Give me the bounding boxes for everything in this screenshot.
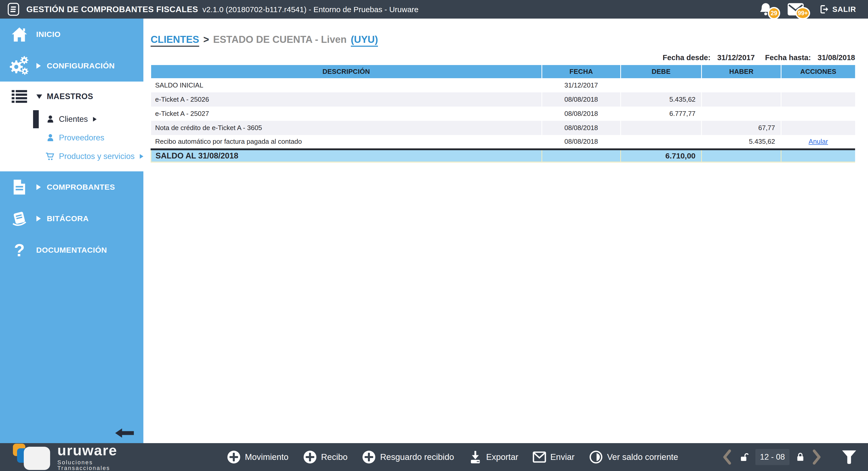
- enviar-button[interactable]: Enviar: [533, 451, 575, 463]
- question-icon: ?: [9, 241, 30, 259]
- cell-debe: 5.435,62: [621, 92, 702, 107]
- col-header-fecha: FECHA: [542, 65, 621, 78]
- logout-button[interactable]: SALIR: [817, 4, 858, 14]
- cell-descripcion: Nota de crédito de e-Ticket A - 3605: [151, 121, 542, 135]
- table-row: Nota de crédito de e-Ticket A - 3605 08/…: [151, 121, 855, 135]
- submenu-arrow-icon: [140, 154, 144, 159]
- sidebar-item-label: Clientes: [59, 114, 88, 124]
- sidebar-item-configuracion[interactable]: CONFIGURACIÓN: [0, 50, 144, 81]
- messages-button[interactable]: 99+: [787, 2, 804, 17]
- sidebar-item-label: BITÁCORA: [47, 214, 89, 223]
- pager-value[interactable]: 12 - 08: [755, 449, 789, 465]
- exportar-button[interactable]: Exportar: [469, 450, 519, 464]
- date-from-value[interactable]: 31/12/2017: [717, 54, 754, 62]
- half-circle-toggle-icon: [589, 450, 603, 464]
- sidebar-item-maestros[interactable]: MAESTROS: [0, 83, 144, 110]
- sidebar-item-bitacora[interactable]: BITÁCORA: [0, 203, 144, 234]
- cell-haber: 67,77: [702, 121, 781, 135]
- sidebar-item-comprobantes[interactable]: COMPROBANTES: [0, 171, 144, 203]
- anular-link[interactable]: Anular: [809, 138, 828, 145]
- table-row: e-Ticket A - 25026 08/08/2018 5.435,62: [151, 92, 855, 107]
- table-header-row: DESCRIPCIÓN FECHA DEBE HABER ACCIONES: [151, 65, 855, 78]
- unlock-icon[interactable]: [739, 452, 749, 462]
- plus-circle-icon: [227, 450, 241, 464]
- cell-debe: [621, 78, 702, 92]
- toolbar-button-label: Ver saldo corriente: [607, 452, 678, 462]
- resguardo-recibido-button[interactable]: Resguardo recibido: [362, 450, 454, 464]
- list-icon: [9, 90, 30, 103]
- sidebar-item-inicio[interactable]: INICIO: [0, 19, 144, 50]
- cell-acciones: Anular: [781, 135, 855, 149]
- chevron-left-icon[interactable]: [721, 449, 733, 465]
- sidebar-item-documentacion[interactable]: ? DOCUMENTACIÓN: [0, 234, 144, 266]
- cell-haber: [702, 78, 781, 92]
- cell-debe: [621, 135, 702, 149]
- summary-debe: 6.710,00: [621, 149, 702, 162]
- chevron-right-icon: [36, 63, 41, 69]
- col-header-debe: DEBE: [621, 65, 702, 78]
- toolbar-button-label: Resguardo recibido: [380, 452, 454, 462]
- recibo-button[interactable]: Recibo: [303, 450, 348, 464]
- app-title-group: GESTIÓN DE COMPROBANTES FISCALES v2.1.0 …: [0, 2, 757, 16]
- bottom-toolbar: uruware Soluciones Transaccionales Movim…: [0, 443, 868, 471]
- messages-badge: 99+: [796, 7, 810, 19]
- topbar: GESTIÓN DE COMPROBANTES FISCALES v2.1.0 …: [0, 0, 868, 19]
- cell-descripcion: e-Ticket A - 25027: [151, 107, 542, 121]
- person-icon: [44, 133, 56, 142]
- sidebar-item-label: Productos y servicios: [59, 152, 134, 161]
- brand-logo: uruware Soluciones Transaccionales: [12, 443, 134, 471]
- cell-descripcion: e-Ticket A - 25026: [151, 92, 542, 107]
- cell-descripcion: Recibo automático por factura pagada al …: [151, 135, 542, 149]
- currency-link[interactable]: (UYU): [351, 34, 378, 47]
- toolbar-button-label: Exportar: [486, 452, 519, 462]
- table-row: Recibo automático por factura pagada al …: [151, 135, 855, 149]
- movimiento-button[interactable]: Movimiento: [227, 450, 288, 464]
- chevron-right-icon[interactable]: [811, 449, 823, 465]
- col-header-haber: HABER: [702, 65, 781, 78]
- plus-circle-icon: [362, 450, 376, 464]
- pager: 12 - 08: [721, 449, 823, 465]
- cell-haber: 5.435,62: [702, 135, 781, 149]
- sidebar-item-productos-y-servicios[interactable]: Productos y servicios: [0, 147, 144, 166]
- breadcrumb-clientes-link[interactable]: CLIENTES: [151, 34, 199, 47]
- sidebar-collapse-button[interactable]: [115, 427, 134, 439]
- sidebar-item-label: MAESTROS: [47, 92, 93, 101]
- ver-saldo-corriente-button[interactable]: Ver saldo corriente: [589, 450, 678, 464]
- funnel-icon: [841, 449, 857, 465]
- summary-fecha: [542, 149, 621, 162]
- date-to-value[interactable]: 31/08/2018: [817, 54, 855, 62]
- toolbar-button-label: Enviar: [550, 452, 575, 462]
- lock-icon[interactable]: [796, 452, 804, 462]
- table-row: e-Ticket A - 25027 08/08/2018 6.777,77: [151, 107, 855, 121]
- toolbar-button-label: Movimiento: [245, 452, 288, 462]
- cell-acciones: [781, 92, 855, 107]
- app-title-version: v2.1.0 (20180702-b117.r4541) - Entorno d…: [202, 5, 418, 14]
- cell-haber: [702, 92, 781, 107]
- sidebar-item-label: Proveedores: [59, 133, 104, 142]
- brand-name: uruware: [57, 443, 134, 458]
- chevron-right-icon: [36, 216, 41, 222]
- sidebar-item-label: INICIO: [36, 30, 61, 39]
- book-icon: [9, 211, 30, 226]
- plus-circle-icon: [303, 450, 317, 464]
- cell-debe: [621, 121, 702, 135]
- summary-label: SALDO AL 31/08/2018: [151, 149, 542, 162]
- notifications-button[interactable]: 29: [757, 2, 774, 17]
- sidebar-item-label: DOCUMENTACIÓN: [36, 246, 107, 255]
- summary-haber: [702, 149, 781, 162]
- sidebar-item-proveedores[interactable]: Proveedores: [0, 129, 144, 147]
- filter-button[interactable]: [841, 449, 857, 465]
- sidebar-item-label: CONFIGURACIÓN: [47, 61, 115, 70]
- summary-row: SALDO AL 31/08/2018 6.710,00: [151, 149, 855, 162]
- cell-fecha: 08/08/2018: [542, 107, 621, 121]
- date-from-label: Fecha desde:: [663, 54, 710, 62]
- download-icon: [469, 450, 482, 464]
- date-filter-row: Fecha desde: 31/12/2017 Fecha hasta: 31/…: [151, 54, 855, 62]
- toolbar-button-label: Recibo: [321, 452, 348, 462]
- cart-icon: [44, 152, 56, 161]
- col-header-descripcion: DESCRIPCIÓN: [151, 65, 542, 78]
- breadcrumb: CLIENTES > ESTADO DE CUENTA - Liven (UYU…: [151, 34, 855, 47]
- person-icon: [44, 114, 56, 124]
- uruware-logo-icon: [12, 444, 54, 470]
- sidebar-item-clientes[interactable]: Clientes: [0, 110, 144, 129]
